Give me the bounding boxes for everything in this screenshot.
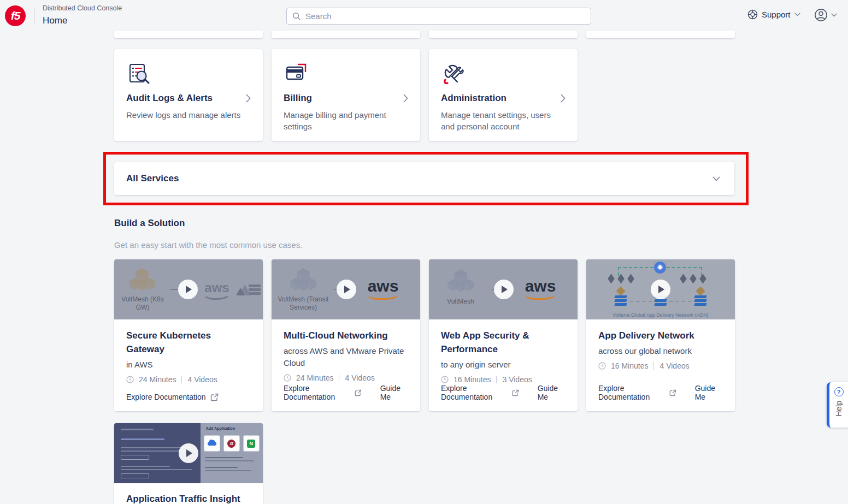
dashed-connector: [630, 301, 652, 302]
voltmesh-cubes-icon: [290, 266, 317, 293]
duration: 16 Minutes: [454, 375, 491, 384]
chevron-right-icon: [403, 94, 408, 103]
partial-card[interactable]: [429, 31, 578, 38]
card-app-delivery-network[interactable]: ✺ Volterra Global App Delivery Network (…: [586, 259, 735, 411]
feature-card-title: Audit Logs & Alerts: [126, 93, 213, 104]
support-label: Support: [762, 10, 791, 19]
search-input[interactable]: [305, 11, 585, 21]
explore-documentation-link[interactable]: Explore Documentation: [284, 384, 362, 401]
life-ring-icon: [747, 9, 758, 20]
clock-icon: [284, 374, 291, 382]
page-title: Home: [43, 15, 122, 26]
solution-meta: 24 Minutes 4 Videos: [284, 373, 408, 382]
card-web-app-security-performance[interactable]: VoltMesh aws Web App Security & Performa…: [429, 259, 578, 411]
external-link-icon: [669, 389, 676, 397]
play-button[interactable]: [178, 280, 198, 299]
explore-documentation-label: Explore Documentation: [441, 384, 508, 401]
duration: 16 Minutes: [611, 361, 648, 370]
external-link-icon: [355, 389, 362, 397]
thumb-caption: Add Application: [206, 426, 235, 430]
build-solution-subtitle: Get an easy start with the most common u…: [114, 240, 302, 250]
card-audit-logs-alerts[interactable]: Audit Logs & Alerts Review logs and mana…: [114, 49, 263, 141]
card-secure-kubernetes-gateway[interactable]: VoltMesh (K8s GW) aws Secure Kubernetes …: [114, 259, 263, 411]
node-stack-icon: [615, 288, 627, 306]
explore-documentation-link[interactable]: Explore Documentation: [126, 393, 219, 401]
cube-group: [608, 276, 634, 282]
feature-card-description: Review logs and manage alerts: [126, 109, 251, 121]
card-application-traffic-insight[interactable]: Add Application f5 N Application Traffic…: [114, 423, 263, 504]
play-button[interactable]: [179, 443, 198, 463]
video-count: 4 Videos: [345, 373, 374, 382]
cube-group: [680, 276, 706, 282]
global-search[interactable]: [286, 8, 591, 25]
explore-documentation-link[interactable]: Explore Documentation: [598, 384, 676, 401]
guide-me-link[interactable]: Guide Me: [695, 384, 723, 401]
video-count: 4 Videos: [659, 361, 689, 370]
app-title: Distributed Cloud Console: [43, 4, 122, 12]
video-thumbnail[interactable]: VoltMesh (K8s GW) aws: [114, 259, 263, 319]
f5-logo[interactable]: f5: [5, 5, 26, 26]
solution-subtitle: to any origin server: [441, 359, 566, 371]
header-titles: Distributed Cloud Console Home: [43, 4, 122, 26]
account-menu[interactable]: [814, 8, 837, 22]
help-label: Help: [834, 401, 843, 417]
thumb-caption: VoltMesh (Transit Services): [273, 295, 334, 312]
header-divider: [34, 7, 35, 25]
partial-card[interactable]: [586, 31, 735, 38]
explore-documentation-label: Explore Documentation: [284, 384, 350, 401]
solution-meta: 16 Minutes 3 Videos: [441, 375, 566, 384]
credit-card-icon: [284, 61, 408, 86]
partial-card[interactable]: [272, 31, 420, 38]
question-circle-icon: ?: [834, 387, 844, 396]
card-multi-cloud-networking[interactable]: VoltMesh (Transit Services) aws Multi-Cl…: [272, 259, 420, 411]
external-link-icon: [210, 393, 219, 401]
solution-subtitle: across AWS and VMware Private Cloud: [284, 345, 408, 369]
solution-title: Secure Kubernetes Gateway: [126, 329, 251, 356]
chevron-right-icon: [246, 94, 251, 103]
thumb-caption: Volterra Global App Delivery Network (AD…: [586, 312, 735, 318]
all-services-label: All Services: [126, 173, 179, 184]
video-thumbnail[interactable]: VoltMesh aws: [429, 259, 578, 319]
nginx-logo: N: [243, 435, 260, 452]
user-avatar-icon: [814, 8, 828, 22]
dashed-connector: [669, 301, 691, 302]
card-billing[interactable]: Billing Manage billing and payment setti…: [272, 49, 420, 141]
play-button[interactable]: [337, 280, 356, 299]
play-button[interactable]: [494, 280, 514, 299]
duration: 24 Minutes: [139, 375, 176, 384]
duration: 24 Minutes: [296, 373, 333, 382]
solution-title: Multi-Cloud Networking: [284, 329, 408, 342]
chevron-right-icon: [561, 94, 566, 103]
solution-title: Web App Security & Performance: [441, 329, 566, 356]
guide-me-link[interactable]: Guide Me: [538, 384, 566, 401]
solution-meta: 16 Minutes 4 Videos: [598, 361, 723, 370]
search-icon: [292, 12, 301, 21]
clock-icon: [598, 362, 606, 370]
feature-card-title: Billing: [284, 93, 312, 104]
guide-me-link[interactable]: Guide Me: [380, 384, 408, 401]
card-administration[interactable]: Administration Manage tenant settings, u…: [429, 49, 578, 141]
video-thumbnail[interactable]: ✺ Volterra Global App Delivery Network (…: [586, 259, 735, 319]
support-menu[interactable]: Support: [747, 9, 800, 20]
thumb-caption: VoltMesh (K8s GW): [117, 295, 168, 312]
build-solution-title: Build a Solution: [114, 218, 185, 229]
f5-logo: f5: [223, 435, 240, 452]
help-tab[interactable]: ? Help: [827, 382, 848, 428]
server-rack-icon: [249, 284, 261, 296]
clock-icon: [441, 376, 449, 383]
solution-subtitle: in AWS: [126, 359, 251, 371]
explore-documentation-link[interactable]: Explore Documentation: [441, 384, 519, 401]
all-services-accordion[interactable]: All Services: [114, 162, 734, 195]
play-button[interactable]: [651, 280, 670, 299]
external-link-icon: [512, 389, 519, 397]
clock-icon: [126, 376, 134, 383]
kubernetes-badge-icon: ✺: [654, 262, 666, 274]
chevron-down-icon: [712, 176, 720, 181]
aws-logo: aws: [523, 279, 557, 300]
wrench-screwdriver-icon: [441, 61, 566, 86]
video-thumbnail[interactable]: VoltMesh (Transit Services) aws: [272, 259, 420, 319]
video-count: 4 Videos: [187, 375, 217, 384]
video-thumbnail[interactable]: Add Application f5 N: [114, 423, 263, 483]
partial-card[interactable]: [114, 31, 263, 38]
explore-documentation-label: Explore Documentation: [598, 384, 665, 401]
